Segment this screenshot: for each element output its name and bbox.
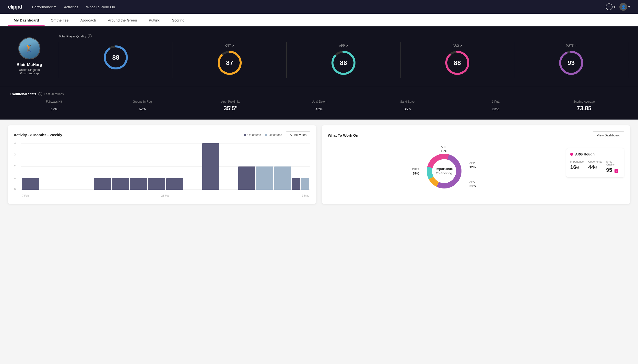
nav-what-to-work-on[interactable]: What To Work On <box>86 5 115 9</box>
arg-donut-label: ARG 21% <box>470 179 476 188</box>
app-circle: 86 <box>330 50 357 76</box>
on-course-bar <box>148 178 165 190</box>
nav-links: Performance ▾ Activities What To Work On <box>32 5 596 9</box>
nav-right: + ▾ 👤 ▾ <box>606 3 630 11</box>
stat-label: Greens In Reg <box>98 100 186 104</box>
tab-around-the-green[interactable]: Around the Green <box>102 14 143 26</box>
metric-opportunity: Opportunity 44% <box>588 160 602 173</box>
stats-info-icon[interactable]: ? <box>39 92 42 96</box>
bar-group <box>22 143 39 190</box>
putt-donut-label: PUTT 57% <box>412 167 419 176</box>
legend-off-course: Off course <box>265 133 282 137</box>
app-value: 86 <box>340 59 347 67</box>
wtwo-card-header: What To Work On View Dashboard <box>328 131 624 139</box>
stats-title: Traditional Stats <box>10 92 37 96</box>
overall-circle: 88 <box>102 44 129 71</box>
stats-grid: Fairways Hit 57% Greens In Reg 62% App. … <box>10 100 628 112</box>
ott-value: 87 <box>226 59 233 67</box>
score-app: APP ↗ 86 <box>287 42 400 78</box>
tab-my-dashboard[interactable]: My Dashboard <box>8 14 45 26</box>
metric-shot-quality-value: 95 ↓ <box>606 167 620 173</box>
stat-value: 62% <box>98 105 186 112</box>
stat-value: 73.85 <box>540 105 628 112</box>
svg-text:To Scoring: To Scoring <box>436 171 452 175</box>
activity-card-header: Activity - 3 Months - Weekly On course O… <box>14 131 310 138</box>
x-label-mar: 28 Mar <box>161 194 169 197</box>
off-course-bar <box>274 166 291 190</box>
bar-chart: 4 3 2 1 0 7 Feb 28 Mar 9 May <box>14 143 310 197</box>
putt-circle: 93 <box>558 50 585 76</box>
off-course-bar <box>256 166 273 190</box>
trend-up-icon: ↗ <box>575 44 576 47</box>
donut-chart: Importance To Scoring <box>424 152 464 191</box>
stat-fairways-hit: Fairways Hit 57% <box>10 100 98 112</box>
tab-scoring[interactable]: Scoring <box>166 14 190 26</box>
bars-container <box>21 143 310 190</box>
stat-value: 36% <box>363 105 452 112</box>
svg-text:Importance: Importance <box>436 167 453 171</box>
logo[interactable]: clippd <box>8 4 22 10</box>
stat-value: 45% <box>275 105 363 112</box>
trend-up-icon: ↗ <box>346 44 348 47</box>
player-country: United Kingdom <box>19 68 40 72</box>
player-handicap: Plus Handicap <box>20 72 39 75</box>
bar-group <box>148 143 165 190</box>
on-course-bar <box>292 178 300 190</box>
metric-opportunity-value: 44% <box>588 164 602 170</box>
bar-group <box>292 143 309 190</box>
add-button[interactable]: + ▾ <box>606 4 615 10</box>
on-course-dot <box>244 134 246 136</box>
bar-group <box>238 143 255 190</box>
metric-shot-quality: Shot Quality 95 ↓ <box>606 160 620 173</box>
on-course-bar <box>166 178 183 190</box>
donut-section: PUTT 57% OTT 10% APP 12% ARG <box>328 144 560 198</box>
bar-group <box>76 143 93 190</box>
arg-label: ARG ↗ <box>453 44 462 48</box>
tab-putting[interactable]: Putting <box>143 14 166 26</box>
bar-group <box>94 143 111 190</box>
arg-circle: 88 <box>444 50 471 76</box>
avatar: 👤 <box>619 3 627 11</box>
hero-section: 🏌️ Blair McHarg United Kingdom Plus Hand… <box>0 26 638 86</box>
wtwo-title: What To Work On <box>328 133 358 138</box>
tab-approach[interactable]: Approach <box>74 14 102 26</box>
on-course-bar <box>238 166 255 190</box>
putt-value: 93 <box>568 59 575 67</box>
ott-label: OTT ↗ <box>225 44 234 48</box>
info-card-title: ARG Rough <box>570 152 620 156</box>
metric-importance: Importance 16% <box>570 160 584 173</box>
bar-group <box>274 143 291 190</box>
stat-one-putt: 1 Putt 33% <box>452 100 540 112</box>
legend-on-course: On course <box>244 133 261 137</box>
view-dashboard-button[interactable]: View Dashboard <box>593 131 624 139</box>
chevron-down-icon: ▾ <box>54 5 56 9</box>
all-activities-button[interactable]: All Activities <box>286 131 310 138</box>
app-donut-label: APP 12% <box>470 160 476 169</box>
stat-label: Scoring Average <box>540 100 628 104</box>
bar-group <box>202 143 219 190</box>
player-info: 🏌️ Blair McHarg United Kingdom Plus Hand… <box>10 38 49 75</box>
user-menu[interactable]: 👤 ▾ <box>619 3 630 11</box>
stat-label: App. Proximity <box>186 100 275 104</box>
trend-up-icon: ↗ <box>460 44 462 47</box>
on-course-bar <box>22 178 39 190</box>
stat-label: 1 Putt <box>452 100 540 104</box>
activity-card-title: Activity - 3 Months - Weekly <box>14 133 62 137</box>
on-course-bar <box>112 178 129 190</box>
bar-group <box>256 143 273 190</box>
stat-greens-in-reg: Greens In Reg 62% <box>98 100 186 112</box>
bar-group <box>130 143 147 190</box>
stat-label: Sand Save <box>363 100 452 104</box>
x-label-feb: 7 Feb <box>22 194 29 197</box>
nav-performance[interactable]: Performance ▾ <box>32 5 56 9</box>
stats-section: Traditional Stats ? Last 20 rounds Fairw… <box>0 86 638 120</box>
down-arrow-icon: ↓ <box>614 169 618 173</box>
nav-activities[interactable]: Activities <box>64 5 78 9</box>
putt-label: PUTT ↗ <box>566 44 576 48</box>
score-putt: PUTT ↗ 93 <box>514 42 628 78</box>
tab-off-the-tee[interactable]: Off the Tee <box>45 14 74 26</box>
info-icon[interactable]: ? <box>88 34 92 38</box>
metric-importance-label: Importance <box>570 160 584 163</box>
player-name: Blair McHarg <box>17 62 42 67</box>
main-content: Activity - 3 Months - Weekly On course O… <box>0 120 638 210</box>
